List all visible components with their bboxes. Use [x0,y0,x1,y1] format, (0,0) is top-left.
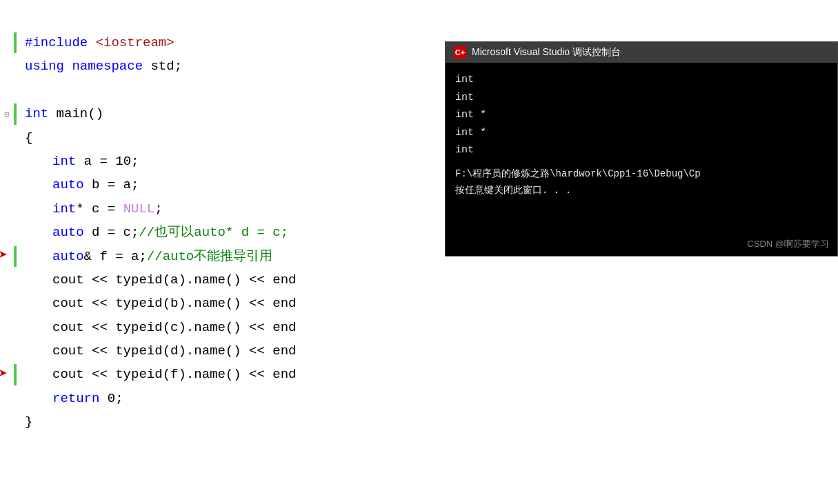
code-token: NULL [123,201,155,216]
line-indicator-4: ⊟ [0,110,14,120]
line-content-9: auto d = c;//也可以auto* d = c; [18,222,288,243]
green-bar-17 [14,412,17,432]
code-token: * c = [76,201,123,216]
code-token: ; [154,201,162,216]
code-token: auto [52,225,84,240]
code-token: auto [52,249,84,264]
console-press-key: 按任意键关闭此窗口. . . [455,182,828,199]
code-token: int [52,201,76,216]
code-token: 0; [99,391,123,406]
code-token: namespace [72,59,150,74]
line-content-2: using namespace std; [18,56,182,77]
red-arrow-1: ➤ [0,244,8,268]
code-token: auto [52,177,84,192]
green-bar-14 [14,341,17,361]
code-token: a = 10; [76,154,139,169]
green-bar-10 [14,246,17,267]
line-content-4: int main() [18,103,103,124]
console-path: F:\程序员的修炼之路\hardwork\Cpp1-16\Debug\Cp [455,166,828,183]
code-line-16: return 0; [0,387,838,410]
console-watermark: CSDN @啊苏要学习 [747,238,829,250]
console-app-icon: C+ [454,46,466,59]
console-titlebar: C+ Microsoft Visual Studio 调试控制台 [446,42,837,63]
line-content-12: cout << typeid(b).name() << end [18,293,296,314]
green-bar-4 [14,103,17,124]
green-bar-12 [14,293,17,314]
green-bar-15 [14,364,17,385]
code-line-11: cout << typeid(a).name() << end [0,268,838,292]
green-bar-2 [14,56,17,77]
green-bar-11 [14,270,17,290]
console-title: Microsoft Visual Studio 调试控制台 [472,46,621,59]
code-token: b = a; [84,177,139,192]
green-bar-8 [14,199,17,219]
line-content-3 [18,80,32,101]
code-token: cout << typeid(b).name() << end [52,296,296,311]
green-bar-1 [14,32,17,53]
code-token: cout << typeid(f).name() << end [52,367,296,382]
code-token: cout << typeid(c).name() << end [52,320,296,335]
line-content-16: return 0; [18,388,123,409]
red-arrow-2: ➤ [0,363,8,387]
console-window: C+ Microsoft Visual Studio 调试控制台 int int… [445,41,838,256]
code-line-12: cout << typeid(b).name() << end [0,292,838,315]
line-content-11: cout << typeid(a).name() << end [18,270,296,290]
green-bar-3 [14,80,17,101]
code-line-13: cout << typeid(c).name() << end [0,316,838,339]
code-token: cout << typeid(a).name() << end [52,272,296,288]
code-token: } [25,414,32,430]
code-token: cout << typeid(d).name() << end [52,343,296,359]
code-token: d = c; [84,225,139,240]
line-content-5: { [18,128,32,148]
console-output-int1: int [455,71,828,89]
code-token: { [25,130,32,145]
green-bar-13 [14,317,17,338]
console-output-int2: int [455,89,828,107]
console-output-int3: int [455,141,828,159]
fold-marker: ⊟ [4,110,9,120]
editor-panel: #include <iostream> using namespace std; [0,0,838,504]
code-token: main() [48,106,103,121]
line-content-8: int* c = NULL; [18,199,163,219]
green-bar-7 [14,174,17,195]
code-token: & f = a; [84,249,147,264]
line-content-13: cout << typeid(c).name() << end [18,317,296,338]
code-token: <iostream> [96,35,174,50]
code-token: int [52,154,76,169]
code-line-14: cout << typeid(d).name() << end [0,339,838,363]
code-token: //也可以auto* d = c; [139,225,288,240]
code-line-17: } [0,410,838,434]
line-content-14: cout << typeid(d).name() << end [18,341,296,361]
code-token: #include [25,35,96,50]
code-token: int [25,106,48,121]
line-content-1: #include <iostream> [18,32,174,53]
line-content-7: auto b = a; [18,174,139,195]
code-token: //auto不能推导引用 [147,249,272,264]
code-token: return [52,391,99,406]
green-bar-16 [14,388,17,409]
code-line-15: ➤ cout << typeid(f).name() << end [0,363,838,386]
green-bar-9 [14,222,17,243]
console-body: int int int * int * int F:\程序员的修炼之路\hard… [446,63,837,256]
line-content-15: ➤ cout << typeid(f).name() << end [18,364,296,385]
line-content-17: } [18,412,32,432]
green-bar-5 [14,128,17,148]
line-content-10: ➤ auto& f = a;//auto不能推导引用 [18,246,272,267]
code-token: using [25,59,72,74]
line-content-6: int a = 10; [18,151,139,172]
console-output-intp2: int * [455,124,828,142]
code-token: std; [150,59,182,74]
green-bar-6 [14,151,17,172]
console-output-intp1: int * [455,106,828,124]
